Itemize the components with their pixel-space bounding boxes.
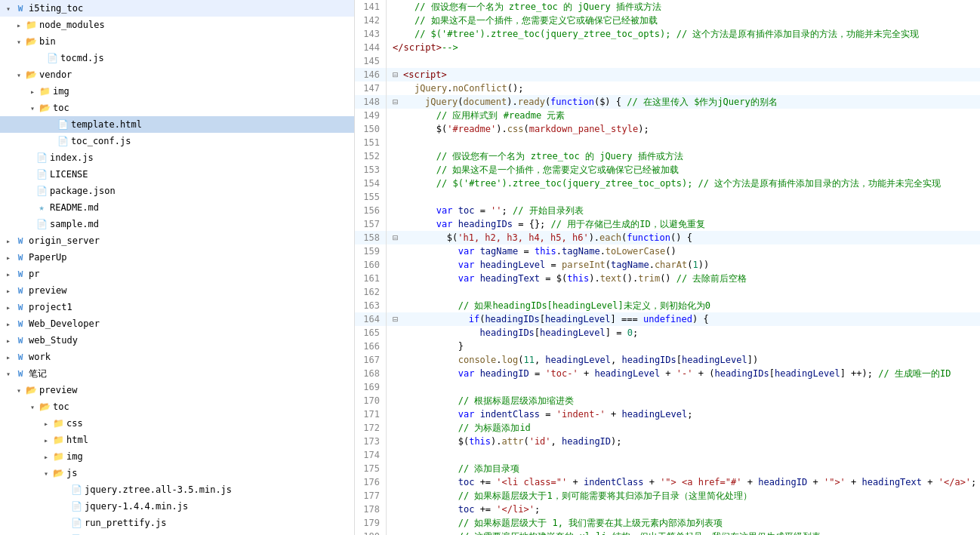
sidebar-item-preview[interactable]: ▸ W preview bbox=[0, 282, 354, 299]
sidebar-item-notes-preview[interactable]: ▾ 📂 preview bbox=[0, 382, 354, 398]
sidebar-item-ztree_toc[interactable]: 📄 ztree_toc.js bbox=[0, 531, 354, 535]
sidebar-item-notes-img[interactable]: ▸ 📁 img bbox=[0, 448, 354, 465]
tree-arrow: ▾ bbox=[41, 469, 51, 478]
code-line-152: 152 // 假设您有一个名为 ztree_toc 的 jQuery 插件或方法 bbox=[355, 149, 980, 163]
folder-icon: 📁 bbox=[51, 451, 65, 462]
line-number: 146 bbox=[355, 68, 387, 81]
line-number: 171 bbox=[355, 407, 387, 421]
fold-arrow[interactable]: ⊟ bbox=[393, 312, 403, 326]
sidebar-item-web_Study[interactable]: ▸ W web_Study bbox=[0, 332, 354, 349]
line-content: ⊟ jQuery(document).ready(function($) { /… bbox=[393, 95, 980, 109]
tree-arrow: ▸ bbox=[3, 337, 14, 345]
code-line-149: 149 // 应用样式到 #readme 元素 bbox=[355, 109, 980, 122]
tree-arrow: ▸ bbox=[41, 453, 51, 461]
sidebar-item-notes-js[interactable]: ▾ 📂 js bbox=[0, 465, 354, 481]
sidebar-item-package_json[interactable]: 📄 package.json bbox=[0, 183, 354, 199]
word-icon: W bbox=[14, 319, 27, 329]
code-lines: 141 // 假设您有一个名为 ztree_toc 的 jQuery 插件或方法… bbox=[355, 0, 980, 535]
word-icon: W bbox=[14, 269, 27, 279]
line-number: 149 bbox=[355, 109, 387, 122]
js-file-icon: 📄 bbox=[69, 518, 83, 528]
line-content: // 根据标题层级添加缩进类 bbox=[393, 394, 980, 407]
json-file-icon: 📄 bbox=[35, 186, 48, 196]
folder-open-icon: 📂 bbox=[24, 69, 38, 80]
word-icon: W bbox=[14, 236, 27, 246]
line-content: // 假设您有一个名为 ztree_toc 的 jQuery 插件或方法 bbox=[393, 0, 980, 14]
line-number: 165 bbox=[355, 326, 387, 340]
sidebar-item-node_modules[interactable]: ▸ 📁 node_modules bbox=[0, 17, 354, 33]
sidebar-item-README_md[interactable]: ★ README.md bbox=[0, 199, 354, 216]
code-line-155: 155 bbox=[355, 190, 980, 204]
sidebar-item-label: run_prettify.js bbox=[85, 518, 166, 528]
line-content: // 如果这不是一个插件，您需要定义它或确保它已经被加载 bbox=[393, 163, 980, 177]
line-number: 155 bbox=[355, 190, 387, 204]
line-content: var tagName = this.tagName.toLowerCase() bbox=[393, 244, 980, 258]
sidebar-item-label: package.json bbox=[50, 186, 116, 196]
fold-arrow[interactable]: ⊟ bbox=[393, 68, 403, 81]
code-line-150: 150 $('#readme').css(markdown_panel_styl… bbox=[355, 122, 980, 136]
sidebar-item-vendor-toc[interactable]: ▾ 📂 toc bbox=[0, 100, 354, 116]
line-content: headingIDs[headingLevel] = 0; bbox=[393, 326, 980, 340]
sidebar-item-label: tocmd.js bbox=[60, 53, 104, 63]
sidebar-item-notes-css[interactable]: ▸ 📁 css bbox=[0, 415, 354, 432]
sidebar-item-notes[interactable]: ▾ W 笔记 bbox=[0, 365, 354, 382]
line-content: // 如果headingIDs[headingLevel]未定义，则初始化为0 bbox=[393, 299, 980, 312]
line-number: 174 bbox=[355, 448, 387, 462]
fold-arrow[interactable]: ⊟ bbox=[393, 95, 403, 109]
sidebar-item-label: toc_conf.js bbox=[71, 136, 131, 146]
sidebar-item-LICENSE[interactable]: 📄 LICENSE bbox=[0, 166, 354, 183]
line-number: 158 bbox=[355, 231, 387, 244]
line-number: 141 bbox=[355, 0, 387, 14]
tree-arrow: ▾ bbox=[14, 71, 24, 79]
code-line-142: 142 // 如果这不是一个插件，您需要定义它或确保它已经被加载 bbox=[355, 14, 980, 27]
line-content: $(this).attr('id', headingID); bbox=[393, 435, 980, 448]
sidebar-item-label: index.js bbox=[50, 152, 94, 163]
sidebar-item-label: bin bbox=[39, 36, 56, 47]
sidebar-item-label: img bbox=[66, 451, 83, 462]
code-line-180: 180 // 这需要遍历地构建嵌套的 ul-li 结构，但出于简单起见，我们在这… bbox=[355, 530, 980, 535]
sidebar-item-origin_server[interactable]: ▸ W origin_server bbox=[0, 232, 354, 249]
sidebar-item-work[interactable]: ▸ W work bbox=[0, 349, 354, 365]
sidebar-item-PaperUp[interactable]: ▸ W PaperUp bbox=[0, 249, 354, 266]
line-content: toc += '</li>'; bbox=[393, 503, 980, 516]
sidebar-item-project1[interactable]: ▸ W project1 bbox=[0, 299, 354, 315]
line-content: // $('#tree').ztree_toc(jquery_ztree_toc… bbox=[393, 177, 980, 190]
sidebar-item-index_js[interactable]: 📄 index.js bbox=[0, 149, 354, 166]
line-content: var toc = ''; // 开始目录列表 bbox=[393, 204, 980, 217]
sidebar-item-Web_Developer[interactable]: ▸ W Web_Developer bbox=[0, 315, 354, 332]
sidebar-item-label: node_modules bbox=[39, 20, 105, 30]
tree-arrow: ▸ bbox=[3, 320, 14, 328]
code-editor: 141 // 假设您有一个名为 ztree_toc 的 jQuery 插件或方法… bbox=[355, 0, 980, 535]
md-file-icon: ★ bbox=[35, 202, 48, 213]
sidebar-item-sample_md[interactable]: 📄 sample.md bbox=[0, 216, 354, 232]
sidebar-item-tocmd_js[interactable]: 📄 tocmd.js bbox=[0, 50, 354, 66]
code-line-167: 167 console.log(11, headingLevel, headin… bbox=[355, 353, 980, 367]
line-content: var headingText = $(this).text().trim() … bbox=[393, 272, 980, 285]
code-line-172: 172 // 为标题添加id bbox=[355, 421, 980, 435]
sidebar-item-run_prettify[interactable]: 📄 run_prettify.js bbox=[0, 515, 354, 531]
sidebar-item-jquery_ztree[interactable]: 📄 jquery.ztree.all-3.5.min.js bbox=[0, 481, 354, 498]
line-number: 162 bbox=[355, 285, 387, 299]
line-content: ⊟<script> bbox=[393, 68, 980, 81]
sidebar-item-bin[interactable]: ▾ 📂 bin bbox=[0, 33, 354, 50]
sidebar-item-vendor-img[interactable]: ▸ 📁 img bbox=[0, 83, 354, 100]
code-line-176: 176 toc += '<li class="' + indentClass +… bbox=[355, 475, 980, 489]
sidebar-item-jquery_min[interactable]: 📄 jquery-1.4.4.min.js bbox=[0, 498, 354, 515]
line-content: var headingIDs = {}; // 用于存储已生成的ID，以避免重复 bbox=[393, 217, 980, 231]
line-number: 161 bbox=[355, 272, 387, 285]
line-content: var headingID = 'toc-' + headingLevel + … bbox=[393, 367, 980, 380]
code-line-159: 159 var tagName = this.tagName.toLowerCa… bbox=[355, 244, 980, 258]
sidebar-item-label: i5ting_toc bbox=[29, 3, 83, 14]
sidebar-item-notes-toc[interactable]: ▾ 📂 toc bbox=[0, 398, 354, 415]
sidebar-item-template_html[interactable]: 📄 template.html bbox=[0, 116, 354, 133]
sidebar-item-label: 笔记 bbox=[29, 367, 47, 380]
sidebar-item-notes-html[interactable]: ▸ 📁 html bbox=[0, 432, 354, 448]
fold-arrow[interactable]: ⊟ bbox=[393, 231, 403, 244]
sidebar-item-toc_conf_js[interactable]: 📄 toc_conf.js bbox=[0, 133, 354, 149]
tree-arrow: ▸ bbox=[3, 287, 14, 295]
line-number: 157 bbox=[355, 217, 387, 231]
sidebar-item-vendor[interactable]: ▾ 📂 vendor bbox=[0, 66, 354, 83]
sidebar-item-i5ting_toc[interactable]: ▾ W i5ting_toc bbox=[0, 0, 354, 17]
sidebar-item-pr[interactable]: ▸ W pr bbox=[0, 266, 354, 282]
code-line-158: 158⊟ $('h1, h2, h3, h4, h5, h6').each(fu… bbox=[355, 231, 980, 244]
